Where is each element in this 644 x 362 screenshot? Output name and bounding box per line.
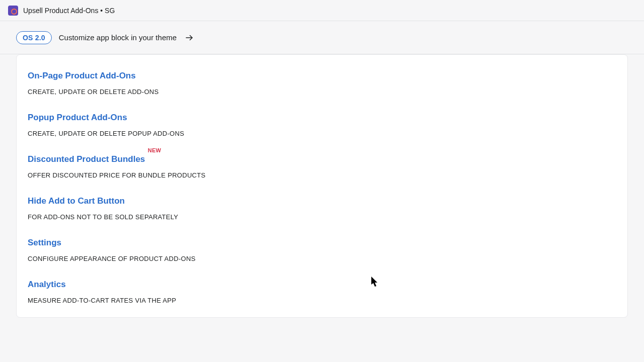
theme-customize-banner[interactable]: OS 2.0 Customize app block in your theme	[0, 21, 644, 54]
desc-analytics: MEASURE ADD-TO-CART RATES VIA THE APP	[28, 297, 616, 304]
link-analytics[interactable]: Analytics	[28, 280, 66, 290]
section-on-page-addons: On-Page Product Add-Ons CREATE, UPDATE O…	[28, 71, 616, 96]
link-popup-addons[interactable]: Popup Product Add-Ons	[28, 113, 127, 123]
section-hide-add-to-cart: Hide Add to Cart Button FOR ADD-ONS NOT …	[28, 196, 616, 221]
desc-popup-addons: CREATE, UPDATE OR DELETE POPUP ADD-ONS	[28, 130, 616, 137]
section-discounted-bundles: Discounted Product Bundles NEW OFFER DIS…	[28, 154, 616, 179]
arrow-right-icon	[185, 33, 194, 42]
app-logo-icon	[8, 6, 18, 16]
os-version-badge: OS 2.0	[16, 31, 52, 44]
title-text: Discounted Product Bundles	[28, 154, 145, 164]
section-settings: Settings CONFIGURE APPEARANCE OF PRODUCT…	[28, 238, 616, 262]
desc-settings: CONFIGURE APPEARANCE OF PRODUCT ADD-ONS	[28, 255, 616, 262]
desc-on-page-addons: CREATE, UPDATE OR DELETE ADD-ONS	[28, 88, 616, 96]
banner-text: Customize app block in your theme	[59, 33, 177, 42]
link-on-page-addons[interactable]: On-Page Product Add-Ons	[28, 71, 136, 81]
link-hide-add-to-cart[interactable]: Hide Add to Cart Button	[28, 196, 125, 206]
new-badge: NEW	[148, 147, 162, 153]
section-popup-addons: Popup Product Add-Ons CREATE, UPDATE OR …	[28, 113, 616, 137]
link-discounted-bundles[interactable]: Discounted Product Bundles NEW	[28, 154, 145, 164]
topbar: Upsell Product Add-Ons • SG	[0, 0, 644, 21]
desc-hide-add-to-cart: FOR ADD-ONS NOT TO BE SOLD SEPARATELY	[28, 213, 616, 221]
desc-discounted-bundles: OFFER DISCOUNTED PRICE FOR BUNDLE PRODUC…	[28, 171, 616, 179]
app-title: Upsell Product Add-Ons • SG	[23, 7, 115, 15]
section-analytics: Analytics MEASURE ADD-TO-CART RATES VIA …	[28, 280, 616, 304]
link-settings[interactable]: Settings	[28, 238, 61, 248]
main-card: On-Page Product Add-Ons CREATE, UPDATE O…	[16, 54, 628, 318]
